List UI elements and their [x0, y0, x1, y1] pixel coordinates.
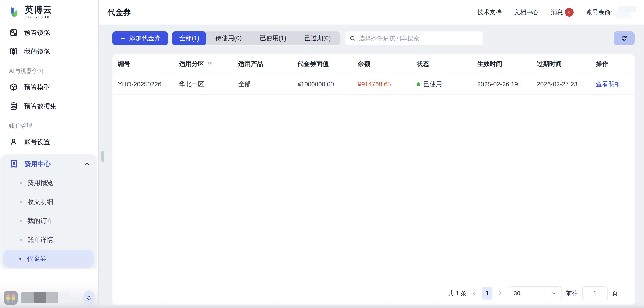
bullet-dot — [20, 182, 22, 184]
toolbar: 添加代金券 全部(1) 待使用(0) 已使用(1) 已过期(0) — [112, 31, 634, 45]
account-switcher-button[interactable] — [83, 290, 94, 305]
brand-logo-icon — [8, 5, 21, 19]
tab-expired[interactable]: 已过期(0) — [295, 31, 340, 45]
pagination-total: 共 1 条 — [448, 289, 466, 298]
bullet-dot — [20, 239, 22, 241]
search-input[interactable] — [359, 35, 478, 42]
sidebar-item-label: 费用概览 — [28, 178, 53, 187]
add-voucher-button[interactable]: 添加代金券 — [112, 31, 168, 45]
col-header-effective-time: 生效时间 — [477, 60, 537, 68]
bullet-dot — [20, 220, 22, 222]
cell-status: 已使用 — [416, 80, 477, 89]
sidebar-section-ai: AI与机器学习 — [0, 64, 98, 78]
sidebar: 英博云 EB Cloud 预置镜像 我的镜像 AI与机器学习 — [0, 0, 99, 308]
sidebar-item-my-images[interactable]: 我的镜像 — [0, 42, 98, 61]
goto-page-input[interactable] — [582, 287, 608, 300]
sidebar-subitem-cost-overview[interactable]: 费用概览 — [0, 173, 97, 192]
search-box — [345, 31, 483, 45]
col-header-id: 编号 — [118, 60, 179, 68]
plus-icon — [120, 35, 126, 42]
messages-count-badge: 4 — [565, 8, 574, 16]
my-images-icon — [9, 47, 18, 56]
sidebar-item-label: 预置模型 — [24, 83, 50, 92]
current-page-button[interactable]: 1 — [482, 287, 492, 300]
refresh-icon — [620, 34, 628, 42]
filter-icon[interactable] — [207, 61, 212, 67]
sidebar-item-account-settings[interactable]: 账号设置 — [0, 133, 98, 152]
status-dot-green — [416, 83, 420, 86]
page-size-value: 30 — [514, 290, 520, 297]
docs-center-link[interactable]: 文档中心 — [514, 8, 538, 16]
sidebar-item-preset-datasets[interactable]: 预置数据集 — [0, 97, 98, 116]
view-details-link[interactable]: 查看明细 — [596, 80, 634, 89]
col-header-zone: 适用分区 — [179, 60, 238, 68]
tab-used[interactable]: 已使用(1) — [251, 31, 295, 45]
topbar: 代金券 技术支持 文档中心 消息 4 账号余额: — [99, 0, 644, 24]
sidebar-item-label: 账号设置 — [24, 138, 50, 147]
goto-label: 前往 — [566, 289, 578, 298]
brand[interactable]: 英博云 EB Cloud — [0, 0, 98, 19]
col-header-status: 状态 — [416, 60, 477, 68]
sidebar-subitem-vouchers[interactable]: 代金券 — [4, 250, 94, 268]
col-header-actions: 操作 — [596, 60, 634, 68]
sidebar-item-label: 代金券 — [27, 254, 46, 263]
refresh-button[interactable] — [614, 31, 634, 45]
sidebar-item-preset-images[interactable]: 预置镜像 — [0, 23, 98, 42]
sidebar-section-account: 账户管理 — [0, 119, 98, 133]
cell-balance: ¥914768.65 — [358, 81, 416, 88]
col-header-face-value: 代金券面值 — [298, 60, 358, 68]
scrollbar-thumb[interactable] — [102, 151, 104, 162]
avatar[interactable] — [4, 291, 18, 305]
sidebar-item-label: 账单详情 — [28, 235, 53, 244]
page-title: 代金券 — [108, 7, 131, 18]
sidebar-item-label: 预置数据集 — [24, 102, 56, 111]
tech-support-link[interactable]: 技术支持 — [478, 8, 502, 16]
database-icon — [9, 102, 18, 111]
username-redacted — [21, 293, 70, 303]
status-label: 已使用 — [423, 80, 442, 89]
sidebar-item-label: 费用中心 — [24, 159, 50, 168]
sidebar-item-label: 我的镜像 — [24, 47, 50, 56]
messages-link[interactable]: 消息 4 — [551, 8, 574, 16]
chevron-down-icon — [551, 290, 557, 296]
col-header-balance: 余额 — [358, 60, 416, 68]
table-row: YHQ-20250226... 华北一区 全部 ¥1000000.00 ¥914… — [112, 74, 634, 95]
pagination: 共 1 条 1 30 前往 页 — [448, 287, 618, 300]
user-icon — [9, 138, 18, 147]
cell-product: 全部 — [238, 80, 298, 89]
tab-unused[interactable]: 待使用(0) — [206, 31, 250, 45]
sidebar-item-label: 收支明细 — [28, 197, 53, 206]
sidebar-item-label: 预置镜像 — [24, 28, 50, 37]
balance-value-redacted — [615, 5, 636, 19]
col-header-expire-time: 过期时间 — [537, 60, 596, 68]
col-header-product: 适用产品 — [238, 60, 298, 68]
cell-expire-time: 2026-02-27 23... — [537, 81, 596, 88]
sidebar-subitem-income-expense[interactable]: 收支明细 — [0, 192, 97, 211]
page-size-select[interactable]: 30 — [508, 287, 562, 300]
brand-subtitle: EB Cloud — [24, 15, 52, 19]
cell-voucher-id: YHQ-20250226... — [118, 81, 179, 88]
next-page-icon[interactable] — [497, 290, 503, 297]
sidebar-item-label: 我的订单 — [28, 216, 53, 225]
account-balance: 账号余额: — [586, 5, 636, 19]
search-icon — [350, 35, 356, 42]
status-filter-tabs: 全部(1) 待使用(0) 已使用(1) 已过期(0) — [172, 31, 340, 45]
cell-face-value: ¥1000000.00 — [298, 81, 358, 88]
bullet-dot — [20, 201, 22, 203]
user-row — [4, 290, 94, 305]
sidebar-item-billing-center[interactable]: 费用中心 — [0, 154, 97, 173]
tab-all[interactable]: 全部(1) — [172, 31, 206, 45]
add-voucher-label: 添加代金券 — [129, 34, 160, 43]
avatar-image — [4, 291, 18, 305]
bullet-dot — [20, 258, 21, 260]
sidebar-subitem-bill-details[interactable]: 账单详情 — [0, 230, 97, 249]
sidebar-item-preset-models[interactable]: 预置模型 — [0, 78, 98, 97]
cell-zone: 华北一区 — [179, 80, 238, 89]
up-down-chevrons-icon — [85, 294, 92, 301]
cell-effective-time: 2025-02-26 19... — [477, 81, 537, 88]
prev-page-icon[interactable] — [471, 290, 478, 297]
voucher-table-card: 编号 适用分区 适用产品 代金券面值 余额 状态 生效时间 过期时间 操作 YH… — [112, 54, 634, 306]
billing-center-group: 费用中心 费用概览 收支明细 我的订单 账单详情 — [0, 154, 97, 270]
image-icon — [9, 28, 18, 37]
sidebar-subitem-my-orders[interactable]: 我的订单 — [0, 211, 97, 230]
